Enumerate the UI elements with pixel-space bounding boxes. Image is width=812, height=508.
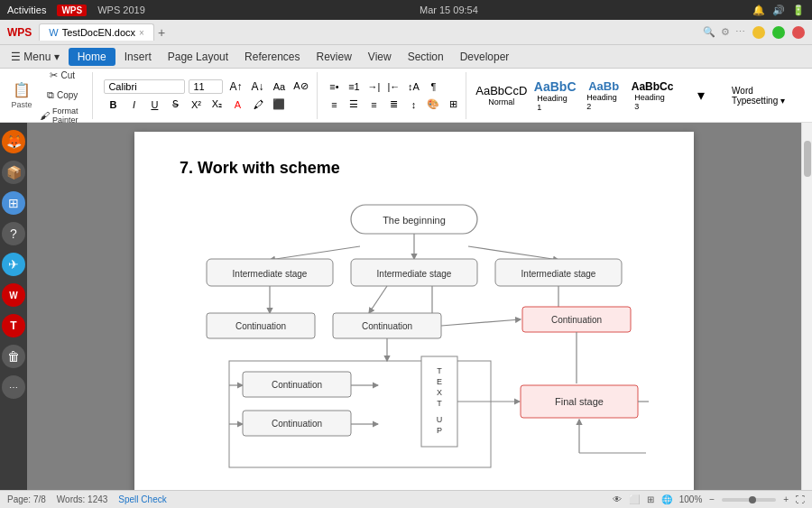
align-right-button[interactable]: ≡ [364, 97, 383, 113]
font-grow-button[interactable]: A↑ [226, 79, 245, 95]
cut-button[interactable]: ✂ Cut [36, 67, 88, 85]
menu-home[interactable]: Home [69, 48, 115, 66]
copy-button[interactable]: ⧉ Copy [36, 87, 88, 105]
sidebar-t-icon[interactable]: T [2, 314, 25, 337]
menu-review[interactable]: Review [309, 48, 358, 66]
paste-button[interactable]: 📋 Paste [9, 76, 34, 115]
menu-references[interactable]: References [237, 48, 307, 66]
font-color-button[interactable]: A [228, 97, 246, 113]
view-web-icon[interactable]: 🌐 [661, 494, 672, 504]
font-size-input[interactable] [189, 79, 223, 94]
bold-button[interactable]: B [104, 97, 122, 113]
toolbar: 📋 Paste ✂ Cut ⧉ Copy 🖌 Format Painter [0, 69, 812, 123]
section7-title: 7. Work with scheme [180, 159, 649, 178]
style-heading1[interactable]: AaBbC Heading 1 [531, 78, 578, 114]
maximize-button[interactable] [772, 26, 785, 39]
sidebar-apps[interactable]: ⊞ [2, 191, 25, 215]
sidebar-firefox[interactable]: 🦊 [2, 130, 25, 153]
document-view[interactable]: 7. Work with scheme The beginning [27, 123, 801, 490]
tab-close-btn[interactable]: × [139, 28, 144, 38]
font-name-input[interactable] [104, 79, 185, 94]
indent-decrease-button[interactable]: |← [384, 79, 402, 95]
copy-icon: ⧉ [47, 89, 54, 101]
style-heading2[interactable]: AaBb Heading 2 [581, 78, 626, 113]
bullet-list-button[interactable]: ≡• [325, 79, 343, 95]
zoom-in-button[interactable]: + [783, 494, 789, 504]
document-area: 🦊 📦 ⊞ ? ✈ W T 🗑 ⋯ 7. Work with scheme [0, 123, 812, 490]
sort-button[interactable]: ↕A [404, 79, 422, 95]
justify-button[interactable]: ≣ [384, 97, 402, 113]
svg-text:Intermediate stage: Intermediate stage [377, 269, 452, 279]
document-tab[interactable]: W TestDocEN.docx × [39, 23, 154, 41]
app-sidebar: 🦊 📦 ⊞ ? ✈ W T 🗑 ⋯ [0, 123, 27, 490]
style-more[interactable]: ▾ [678, 85, 724, 106]
shading-button[interactable]: 🎨 [424, 97, 442, 113]
svg-text:Continuation: Continuation [272, 380, 322, 390]
sidebar-telegram[interactable]: ✈ [2, 253, 25, 276]
menu-pagelayout[interactable]: Page Layout [161, 48, 235, 66]
scrollbar-right[interactable] [801, 123, 812, 490]
spell-check[interactable]: Spell Check [118, 494, 166, 504]
svg-text:P: P [437, 426, 442, 435]
svg-text:E: E [437, 377, 442, 386]
sidebar-wps[interactable]: W [2, 283, 25, 307]
fullscreen-button[interactable]: ⛶ [796, 494, 805, 504]
align-center-button[interactable]: ☰ [345, 97, 363, 113]
view-multi-icon[interactable]: ⊞ [647, 494, 654, 504]
view-mode-icon[interactable]: 👁 [613, 494, 622, 504]
scroll-thumb[interactable] [804, 141, 811, 177]
app-window: WPS W TestDocEN.docx × + 🔍 ⚙ ⋯ ☰ Menu ▾ … [0, 20, 812, 508]
menu-view[interactable]: View [361, 48, 399, 66]
menu-section[interactable]: Section [401, 48, 451, 66]
underline-button[interactable]: U [145, 97, 163, 113]
minimize-button[interactable] [752, 26, 765, 39]
style-heading3[interactable]: AaBbCc Heading 3 [629, 79, 676, 113]
align-left-button[interactable]: ≡ [325, 97, 343, 113]
sidebar-app1[interactable]: 📦 [2, 161, 25, 184]
document-page: 7. Work with scheme The beginning [134, 132, 694, 490]
svg-line-4 [468, 246, 558, 260]
svg-text:X: X [437, 388, 442, 397]
wps-taskbar-icon[interactable]: WPS [57, 5, 87, 16]
svg-text:The beginning: The beginning [383, 215, 446, 226]
zoom-thumb[interactable] [749, 496, 756, 503]
word-typesetting-button[interactable]: Word Typesetting ▾ [726, 84, 803, 107]
svg-text:T: T [437, 366, 442, 375]
clear-format-button[interactable]: A⊘ [291, 79, 309, 95]
new-tab-button[interactable]: + [158, 25, 165, 40]
font-group: A↑ A↓ Aa A⊘ B I U S̶ X² X₂ A 🖍 ⬛ [97, 72, 318, 119]
status-bar: Page: 7/8 Words: 1243 Spell Check 👁 ⬜ ⊞ … [0, 490, 812, 508]
font-shrink-button[interactable]: A↓ [248, 79, 266, 95]
font-case-button[interactable]: Aa [270, 79, 288, 95]
sidebar-trash[interactable]: 🗑 [2, 345, 25, 368]
menu-developer[interactable]: Developer [453, 48, 517, 66]
zoom-slider[interactable] [722, 498, 776, 502]
style-normal[interactable]: AaBbCcD Normal [474, 82, 529, 108]
sidebar-apps-grid[interactable]: ⋯ [2, 375, 25, 399]
numbered-list-button[interactable]: ≡1 [345, 79, 363, 95]
subscript-button[interactable]: X₂ [208, 97, 226, 113]
menu-insert[interactable]: Insert [117, 48, 159, 66]
border-button[interactable]: ⊞ [444, 97, 462, 113]
view-single-icon[interactable]: ⬜ [629, 494, 640, 504]
svg-line-12 [369, 286, 387, 313]
svg-line-21 [441, 319, 521, 326]
app-logo: WPS [7, 26, 32, 39]
svg-text:Continuation: Continuation [551, 315, 602, 325]
highlight-button[interactable]: 🖍 [249, 97, 267, 113]
activities-label[interactable]: Activities [7, 5, 46, 15]
paragraph-mark-button[interactable]: ¶ [424, 79, 442, 95]
menu-menu[interactable]: ☰ Menu ▾ [4, 48, 67, 66]
close-button[interactable] [792, 26, 805, 39]
superscript-button[interactable]: X² [187, 97, 205, 113]
italic-button[interactable]: I [125, 97, 143, 113]
strikethrough-button[interactable]: S̶ [166, 97, 184, 113]
indent-increase-button[interactable]: →| [364, 79, 383, 95]
zoom-out-button[interactable]: − [709, 494, 715, 504]
format-painter-button[interactable]: 🖌 Format Painter [36, 106, 88, 125]
text-box-button[interactable]: ⬛ [270, 97, 288, 113]
svg-text:Intermediate stage: Intermediate stage [521, 269, 596, 279]
sidebar-help[interactable]: ? [2, 222, 25, 245]
format-painter-icon: 🖌 [40, 110, 50, 121]
line-spacing-button[interactable]: ↕ [404, 97, 422, 113]
